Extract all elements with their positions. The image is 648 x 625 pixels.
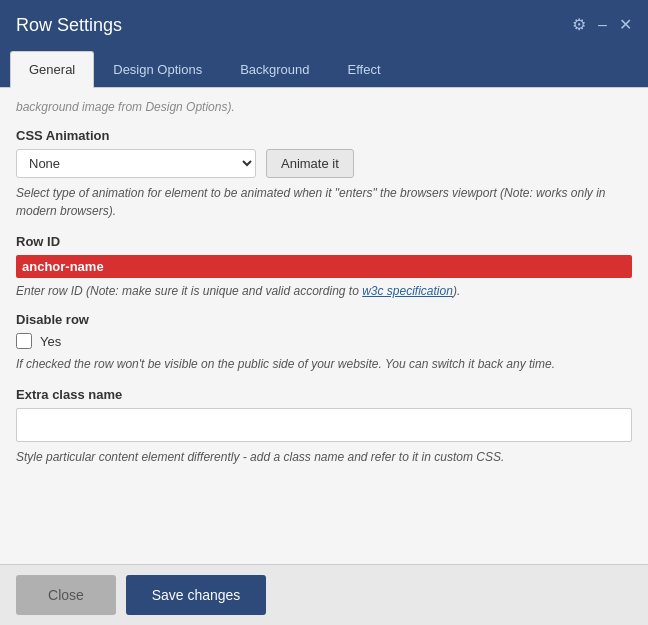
modal-header: Row Settings ⚙ – ✕	[0, 0, 648, 50]
disable-row-checkbox-row: Yes	[16, 333, 632, 349]
modal-body: background image from Design Options). C…	[0, 87, 648, 564]
disable-row-checkbox[interactable]	[16, 333, 32, 349]
extra-class-section: Extra class name Style particular conten…	[16, 387, 632, 466]
disable-row-checkbox-label: Yes	[40, 334, 61, 349]
tab-effect[interactable]: Effect	[329, 51, 400, 88]
disable-row-description: If checked the row won't be visible on t…	[16, 355, 632, 373]
tab-general[interactable]: General	[10, 51, 94, 88]
gear-icon[interactable]: ⚙	[572, 17, 586, 33]
disable-row-section: Disable row Yes If checked the row won't…	[16, 312, 632, 373]
hint-text: background image from Design Options).	[16, 100, 632, 114]
w3c-link[interactable]: w3c specification	[362, 284, 453, 298]
row-id-note: Enter row ID (Note: make sure it is uniq…	[16, 284, 632, 298]
row-id-label: Row ID	[16, 234, 632, 249]
close-button[interactable]: Close	[16, 575, 116, 615]
extra-class-input[interactable]	[16, 408, 632, 442]
css-animation-description: Select type of animation for element to …	[16, 184, 632, 220]
css-animation-select[interactable]: None FadeIn Bounce Slide	[16, 149, 256, 178]
tab-design-options[interactable]: Design Options	[94, 51, 221, 88]
css-animation-section: CSS Animation None FadeIn Bounce Slide A…	[16, 128, 632, 220]
extra-class-label: Extra class name	[16, 387, 632, 402]
css-animation-label: CSS Animation	[16, 128, 632, 143]
animate-it-button[interactable]: Animate it	[266, 149, 354, 178]
close-icon[interactable]: ✕	[619, 17, 632, 33]
tab-background[interactable]: Background	[221, 51, 328, 88]
tabs-bar: General Design Options Background Effect	[0, 50, 648, 87]
minimize-icon[interactable]: –	[598, 17, 607, 33]
header-icons: ⚙ – ✕	[572, 17, 632, 33]
row-id-input[interactable]	[22, 259, 626, 274]
extra-class-description: Style particular content element differe…	[16, 448, 632, 466]
modal-container: Row Settings ⚙ – ✕ General Design Option…	[0, 0, 648, 625]
disable-row-label: Disable row	[16, 312, 632, 327]
row-id-section: Row ID Enter row ID (Note: make sure it …	[16, 234, 632, 298]
modal-footer: Close Save changes	[0, 564, 648, 625]
css-animation-row: None FadeIn Bounce Slide Animate it	[16, 149, 632, 178]
save-changes-button[interactable]: Save changes	[126, 575, 266, 615]
modal-title: Row Settings	[16, 15, 122, 36]
